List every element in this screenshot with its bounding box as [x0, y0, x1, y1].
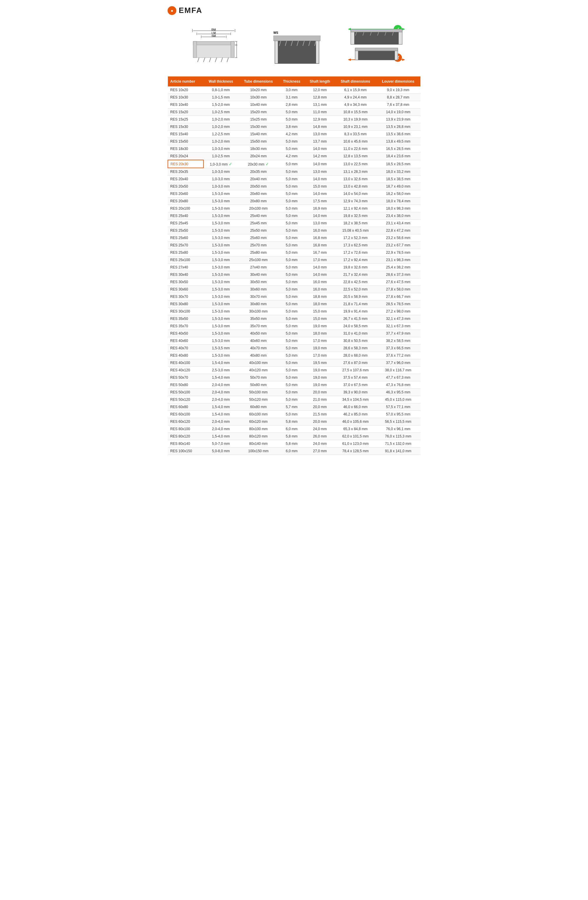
- table-row: RES 30x501,5-3,0 mm30x50 mm5,0 mm16,0 mm…: [168, 278, 420, 286]
- cell-wall-thickness: 1,0-1,5 mm: [203, 94, 239, 101]
- cell-article-number: RES 15x25: [168, 116, 203, 123]
- cell-data: 5,8 mm: [278, 418, 305, 425]
- table-row: RES 25x801,5-3,0 mm25x80 mm5,0 mm16,7 mm…: [168, 249, 420, 256]
- cell-data: 22,8 x 42,5 mm: [335, 278, 376, 286]
- cell-data: 27,8 x 58,0 mm: [376, 286, 420, 293]
- cell-data: 13,5 x 28,8 mm: [376, 123, 420, 130]
- cell-tube-dimensions: 30x70 mm: [239, 293, 279, 301]
- col-shaft-dimensions: Shaft dimensions: [335, 76, 376, 87]
- cell-data: 5,0 mm: [278, 256, 305, 264]
- cell-data: 23,1 x 43,4 mm: [376, 220, 420, 227]
- cell-tube-dimensions: 20x40 mm: [239, 175, 279, 183]
- diagrams-section: RM LM SM: [168, 21, 420, 69]
- cell-data: 3,8 mm: [278, 123, 305, 130]
- cell-data: 10,8 x 15,5 mm: [335, 109, 376, 116]
- cell-data: 14,2 mm: [305, 153, 335, 160]
- cell-article-number: RES 20x35: [168, 168, 203, 175]
- cell-wall-thickness: 0,8-1,0 mm: [203, 87, 239, 94]
- cell-data: 91,8 x 141,0 mm: [376, 447, 420, 455]
- cell-data: 24,0 mm: [305, 425, 335, 433]
- col-shaft-length: Shaft length: [305, 76, 335, 87]
- cell-data: 19,0 mm: [305, 344, 335, 352]
- cell-article-number: RES 30x40: [168, 271, 203, 278]
- cell-article-number: RES 80x100: [168, 425, 203, 433]
- cell-data: 17,2 x 72,6 mm: [335, 249, 376, 256]
- cell-wall-thickness: 1,5-3,5 mm: [203, 344, 239, 352]
- cell-data: 78,4 x 128,5 mm: [335, 447, 376, 455]
- cell-tube-dimensions: 60x80 mm: [239, 403, 279, 411]
- cell-data: 30,8 x 50,5 mm: [335, 337, 376, 344]
- table-row: RES 80x1405,0-7,0 mm80x140 mm5,8 mm24,0 …: [168, 440, 420, 447]
- cell-article-number: RES 20x24: [168, 153, 203, 160]
- svg-rect-20: [278, 41, 316, 64]
- cell-data: 19,5 mm: [305, 359, 335, 367]
- cell-tube-dimensions: 35x70 mm: [239, 323, 279, 330]
- cell-wall-thickness: 1,5-4,0 mm: [203, 374, 239, 381]
- cell-wall-thickness: 1,5-2,0 mm: [203, 101, 239, 109]
- cell-article-number: RES 30x80: [168, 301, 203, 308]
- cell-data: 27,0 mm: [305, 447, 335, 455]
- cell-tube-dimensions: 25x45 mm: [239, 220, 279, 227]
- cell-data: 37,6 x 77,2 mm: [376, 352, 420, 359]
- cell-data: 14,0 mm: [305, 160, 335, 168]
- col-thickness: Thickness: [278, 76, 305, 87]
- table-row: RES 15x301,0-2,0 mm15x30 mm3,8 mm14,8 mm…: [168, 123, 420, 130]
- cell-data: 17,3 x 62,5 mm: [335, 242, 376, 249]
- table-row: RES 25x1001,5-3,0 mm25x100 mm5,0 mm17,0 …: [168, 256, 420, 264]
- cell-data: 13,0 mm: [305, 130, 335, 138]
- page-header: ● EMFA: [168, 6, 420, 15]
- cell-data: 19,9 x 91,4 mm: [335, 308, 376, 315]
- svg-line-5: [203, 57, 205, 62]
- svg-marker-32: [348, 28, 351, 30]
- cell-data: 21,0 mm: [305, 396, 335, 403]
- cell-article-number: RES 50x80: [168, 381, 203, 389]
- diagram-middle: WS: [270, 31, 323, 66]
- cell-data: 5,0 mm: [278, 271, 305, 278]
- cell-wall-thickness: 1,5-3,0 mm: [203, 256, 239, 264]
- cell-article-number: RES 35x50: [168, 315, 203, 323]
- cell-data: 11,0 x 22,6 mm: [335, 145, 376, 153]
- cell-data: 47,3 x 76,8 mm: [376, 381, 420, 389]
- cell-wall-thickness: 1,5-3,0 mm: [203, 286, 239, 293]
- cell-wall-thickness: 1,5-3,0 mm: [203, 315, 239, 323]
- cell-data: 15,0 mm: [305, 315, 335, 323]
- cell-tube-dimensions: 10x30 mm: [239, 94, 279, 101]
- cell-data: 37,7 x 96,0 mm: [376, 359, 420, 367]
- cell-data: 5,0 mm: [278, 359, 305, 367]
- cell-tube-dimensions: 20x35 mm: [239, 168, 279, 175]
- cell-wall-thickness: 1,5-3,0 mm: [203, 293, 239, 301]
- cell-article-number: RES 15x40: [168, 130, 203, 138]
- cell-article-number: RES 25x50: [168, 227, 203, 234]
- cell-data: 18,0 x 98,3 mm: [376, 205, 420, 212]
- cell-data: 5,0 mm: [278, 183, 305, 190]
- svg-line-9: [227, 57, 228, 62]
- cell-tube-dimensions: 40x60 mm: [239, 337, 279, 344]
- svg-rect-3: [197, 45, 231, 57]
- cell-wall-thickness: 1,5-3,0 mm: [203, 323, 239, 330]
- cell-data: 7,6 x 37,8 mm: [376, 101, 420, 109]
- cell-data: 5,0 mm: [278, 396, 305, 403]
- cell-data: 45,0 x 115,0 mm: [376, 396, 420, 403]
- cell-data: 5,0 mm: [278, 278, 305, 286]
- cell-wall-thickness: 1,5-3,0 mm: [203, 234, 239, 242]
- cell-wall-thickness: 1,5-3,0 mm: [203, 249, 239, 256]
- cell-tube-dimensions: 25x60 mm: [239, 234, 279, 242]
- cell-article-number: RES 25x100: [168, 256, 203, 264]
- cell-data: 14,0 mm: [305, 212, 335, 220]
- cell-tube-dimensions: 20x24 mm: [239, 153, 279, 160]
- cell-data: 27,5 x 107,6 mm: [335, 367, 376, 374]
- cell-data: 16,0 mm: [305, 286, 335, 293]
- cell-data: 32,1 x 67,3 mm: [376, 323, 420, 330]
- cell-data: 61,0 x 123,0 mm: [335, 440, 376, 447]
- cell-data: 5,0 mm: [278, 190, 305, 197]
- table-row: RES 10x401,5-2,0 mm10x40 mm2,8 mm13,1 mm…: [168, 101, 420, 109]
- cell-data: 47,7 x 67,3 mm: [376, 374, 420, 381]
- cell-wall-thickness: 1,5-3,0 mm: [203, 205, 239, 212]
- cell-article-number: RES 40x100: [168, 359, 203, 367]
- svg-marker-31: [402, 28, 405, 30]
- cell-data: 23,2 x 67,7 mm: [376, 242, 420, 249]
- cell-wall-thickness: 1,5-4,0 mm: [203, 403, 239, 411]
- cell-wall-thickness: 1,0-2,5 mm: [203, 153, 239, 160]
- cell-data: 5,0 mm: [278, 138, 305, 145]
- svg-marker-45: [402, 59, 405, 61]
